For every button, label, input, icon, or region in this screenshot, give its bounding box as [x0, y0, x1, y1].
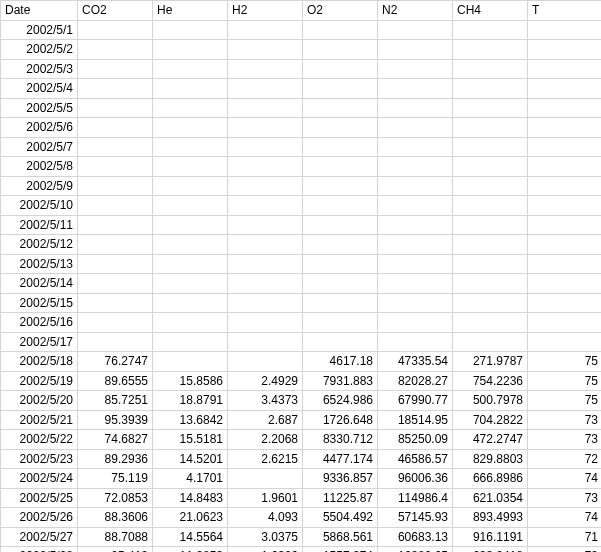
- cell-date[interactable]: 2002/5/21: [1, 410, 78, 430]
- cell-value[interactable]: [303, 254, 378, 274]
- cell-value[interactable]: [78, 98, 153, 118]
- cell-value[interactable]: 4.093: [228, 508, 303, 528]
- cell-value[interactable]: 14.5564: [153, 527, 228, 547]
- cell-value[interactable]: 88.3606: [78, 508, 153, 528]
- cell-value[interactable]: 3.4373: [228, 391, 303, 411]
- cell-value[interactable]: [78, 235, 153, 255]
- cell-value[interactable]: [303, 293, 378, 313]
- cell-date[interactable]: 2002/5/7: [1, 137, 78, 157]
- header-n2[interactable]: N2: [378, 1, 453, 21]
- cell-value[interactable]: [378, 98, 453, 118]
- cell-value[interactable]: [453, 313, 528, 333]
- cell-date[interactable]: 2002/5/15: [1, 293, 78, 313]
- cell-value[interactable]: 67990.77: [378, 391, 453, 411]
- cell-value[interactable]: [228, 40, 303, 60]
- cell-date[interactable]: 2002/5/28: [1, 547, 78, 553]
- cell-value[interactable]: [453, 40, 528, 60]
- cell-value[interactable]: [228, 274, 303, 294]
- cell-value[interactable]: 4.1701: [153, 469, 228, 489]
- cell-value[interactable]: [378, 20, 453, 40]
- cell-value[interactable]: [228, 332, 303, 352]
- cell-value[interactable]: [528, 176, 602, 196]
- cell-value[interactable]: [378, 137, 453, 157]
- cell-value[interactable]: [78, 274, 153, 294]
- cell-value[interactable]: [303, 176, 378, 196]
- cell-date[interactable]: 2002/5/23: [1, 449, 78, 469]
- cell-value[interactable]: [153, 157, 228, 177]
- cell-value[interactable]: 472.2747: [453, 430, 528, 450]
- cell-value[interactable]: 46586.57: [378, 449, 453, 469]
- cell-value[interactable]: [303, 118, 378, 138]
- cell-value[interactable]: 2.687: [228, 410, 303, 430]
- cell-value[interactable]: [78, 40, 153, 60]
- cell-value[interactable]: [78, 137, 153, 157]
- cell-value[interactable]: 74: [528, 508, 602, 528]
- cell-value[interactable]: [228, 20, 303, 40]
- cell-date[interactable]: 2002/5/17: [1, 332, 78, 352]
- cell-value[interactable]: [528, 59, 602, 79]
- cell-value[interactable]: [378, 274, 453, 294]
- cell-value[interactable]: [78, 118, 153, 138]
- cell-value[interactable]: [303, 79, 378, 99]
- cell-value[interactable]: [453, 118, 528, 138]
- cell-value[interactable]: [528, 98, 602, 118]
- cell-value[interactable]: [528, 79, 602, 99]
- cell-value[interactable]: 73: [528, 430, 602, 450]
- cell-value[interactable]: [303, 196, 378, 216]
- cell-date[interactable]: 2002/5/8: [1, 157, 78, 177]
- cell-value[interactable]: [378, 313, 453, 333]
- cell-value[interactable]: [528, 274, 602, 294]
- cell-date[interactable]: 2002/5/3: [1, 59, 78, 79]
- cell-value[interactable]: [453, 98, 528, 118]
- cell-value[interactable]: [528, 332, 602, 352]
- cell-value[interactable]: 1726.648: [303, 410, 378, 430]
- cell-value[interactable]: 73: [528, 488, 602, 508]
- cell-value[interactable]: [78, 79, 153, 99]
- cell-value[interactable]: 75: [528, 391, 602, 411]
- cell-value[interactable]: 666.8986: [453, 469, 528, 489]
- cell-date[interactable]: 2002/5/27: [1, 527, 78, 547]
- cell-value[interactable]: 7931.883: [303, 371, 378, 391]
- cell-value[interactable]: 75: [528, 371, 602, 391]
- cell-value[interactable]: 829.8803: [453, 449, 528, 469]
- cell-value[interactable]: [528, 254, 602, 274]
- cell-date[interactable]: 2002/5/9: [1, 176, 78, 196]
- cell-value[interactable]: 95.413: [78, 547, 153, 553]
- cell-value[interactable]: [528, 235, 602, 255]
- cell-value[interactable]: [378, 215, 453, 235]
- cell-value[interactable]: [528, 20, 602, 40]
- cell-value[interactable]: 5504.492: [303, 508, 378, 528]
- cell-value[interactable]: [453, 215, 528, 235]
- cell-value[interactable]: [528, 157, 602, 177]
- cell-value[interactable]: [153, 235, 228, 255]
- cell-value[interactable]: [153, 20, 228, 40]
- cell-value[interactable]: [378, 176, 453, 196]
- cell-value[interactable]: [453, 157, 528, 177]
- cell-value[interactable]: [378, 157, 453, 177]
- cell-value[interactable]: 11225.87: [303, 488, 378, 508]
- header-co2[interactable]: CO2: [78, 1, 153, 21]
- cell-value[interactable]: [528, 313, 602, 333]
- cell-value[interactable]: [378, 196, 453, 216]
- cell-value[interactable]: [303, 59, 378, 79]
- cell-value[interactable]: [228, 98, 303, 118]
- cell-value[interactable]: [453, 332, 528, 352]
- cell-value[interactable]: [153, 274, 228, 294]
- cell-value[interactable]: [378, 235, 453, 255]
- header-o2[interactable]: O2: [303, 1, 378, 21]
- cell-value[interactable]: [153, 176, 228, 196]
- cell-value[interactable]: [303, 215, 378, 235]
- cell-value[interactable]: [153, 215, 228, 235]
- cell-value[interactable]: [528, 293, 602, 313]
- cell-date[interactable]: 2002/5/5: [1, 98, 78, 118]
- cell-value[interactable]: 18514.95: [378, 410, 453, 430]
- cell-date[interactable]: 2002/5/1: [1, 20, 78, 40]
- cell-value[interactable]: 75.119: [78, 469, 153, 489]
- cell-value[interactable]: [153, 313, 228, 333]
- cell-value[interactable]: [378, 118, 453, 138]
- cell-value[interactable]: 3.0375: [228, 527, 303, 547]
- cell-value[interactable]: 89.2936: [78, 449, 153, 469]
- cell-value[interactable]: 754.2236: [453, 371, 528, 391]
- cell-date[interactable]: 2002/5/4: [1, 79, 78, 99]
- cell-value[interactable]: [78, 20, 153, 40]
